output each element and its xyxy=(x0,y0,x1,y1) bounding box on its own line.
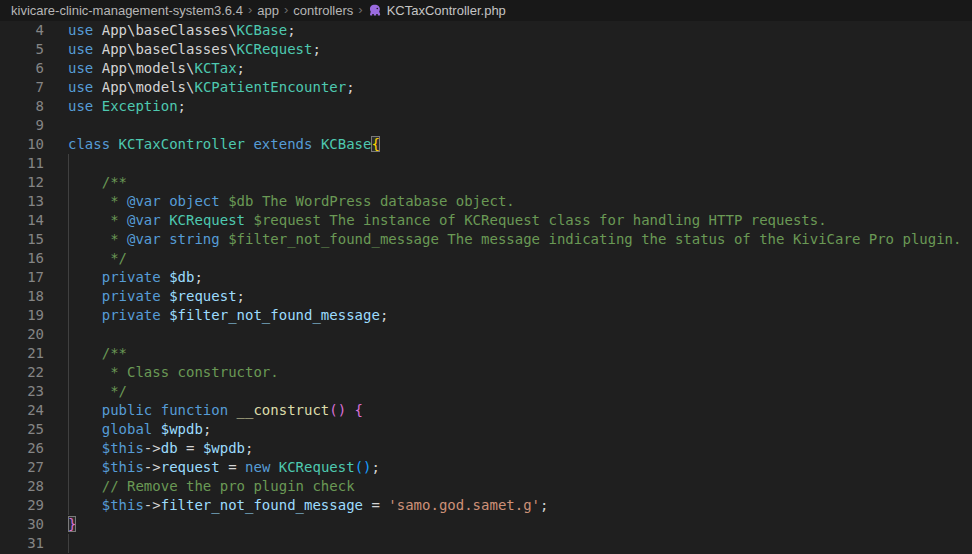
chevron-right-icon: › xyxy=(358,2,362,17)
code-token: */ xyxy=(68,383,127,399)
code-token: -> xyxy=(144,497,161,513)
line-number: 20 xyxy=(0,325,44,344)
code-token: * xyxy=(68,193,127,209)
code-token: filter_not_found_message xyxy=(161,497,363,513)
code-line[interactable]: 18 private $request; xyxy=(0,287,972,306)
code-token: KCRequest xyxy=(237,41,313,57)
code-line[interactable]: 20 xyxy=(0,325,972,344)
line-number: 4 xyxy=(0,21,44,40)
code-token: public function xyxy=(68,402,228,418)
code-token: KCBase xyxy=(312,136,371,152)
line-number: 21 xyxy=(0,344,44,363)
code-token: -> xyxy=(144,440,161,456)
code-token: @var object xyxy=(127,193,220,209)
code-token: use xyxy=(68,41,93,57)
code-line[interactable]: 30} xyxy=(0,515,972,534)
breadcrumb-item-app[interactable]: app xyxy=(257,3,279,18)
code-text: global $wpdb; xyxy=(68,420,972,439)
code-token: @var string xyxy=(127,231,220,247)
code-line[interactable]: 8use Exception; xyxy=(0,97,972,116)
code-line[interactable]: 12 /** xyxy=(0,173,972,192)
code-token: use xyxy=(68,60,93,76)
code-token: App\baseClasses\ xyxy=(93,41,236,57)
code-line[interactable]: 29 $this->filter_not_found_message = 'sa… xyxy=(0,496,972,515)
indent-guide xyxy=(68,477,69,496)
line-number: 27 xyxy=(0,458,44,477)
code-token: /** xyxy=(68,345,127,361)
code-token: ; xyxy=(287,22,295,38)
code-token: KCTax xyxy=(194,60,236,76)
code-token: App\models\ xyxy=(93,60,194,76)
code-line[interactable]: 4use App\baseClasses\KCBase; xyxy=(0,21,972,40)
code-text: use App\baseClasses\KCRequest; xyxy=(68,40,972,59)
code-line[interactable]: 5use App\baseClasses\KCRequest; xyxy=(0,40,972,59)
code-text: /** xyxy=(68,173,972,192)
breadcrumb-item-file[interactable]: KCTaxController.php xyxy=(368,3,506,18)
line-number: 17 xyxy=(0,268,44,287)
code-line[interactable]: 22 * Class constructor. xyxy=(0,363,972,382)
code-text xyxy=(68,154,972,173)
line-number: 30 xyxy=(0,515,44,534)
code-line[interactable]: 14 * @var KCRequest $request The instanc… xyxy=(0,211,972,230)
code-line[interactable]: 10class KCTaxController extends KCBase{ xyxy=(0,135,972,154)
indent-guide xyxy=(68,325,69,344)
indent-guide xyxy=(68,173,69,192)
code-text: use Exception; xyxy=(68,97,972,116)
code-token: -> xyxy=(144,459,161,475)
code-token: $wpdb xyxy=(203,440,245,456)
line-number: 23 xyxy=(0,382,44,401)
code-line[interactable]: 27 $this->request = new KCRequest(); xyxy=(0,458,972,477)
code-token: $this xyxy=(68,459,144,475)
chevron-right-icon: › xyxy=(284,2,288,17)
code-line[interactable]: 15 * @var string $filter_not_found_messa… xyxy=(0,230,972,249)
code-token: $request xyxy=(161,288,237,304)
code-line[interactable]: 28 // Remove the pro plugin check xyxy=(0,477,972,496)
code-token: App\models\ xyxy=(93,79,194,95)
code-text xyxy=(68,534,972,553)
line-number: 29 xyxy=(0,496,44,515)
code-token: use xyxy=(68,22,93,38)
code-token: App\baseClasses\ xyxy=(93,22,236,38)
line-number: 14 xyxy=(0,211,44,230)
code-line[interactable]: 9 xyxy=(0,116,972,135)
code-token: $this xyxy=(68,440,144,456)
code-line[interactable]: 31 xyxy=(0,534,972,553)
code-line[interactable]: 24 public function __construct() { xyxy=(0,401,972,420)
line-number: 12 xyxy=(0,173,44,192)
line-number: 6 xyxy=(0,59,44,78)
code-line[interactable]: 26 $this->db = $wpdb; xyxy=(0,439,972,458)
code-token: () xyxy=(329,402,346,418)
line-number: 19 xyxy=(0,306,44,325)
code-text: $this->request = new KCRequest(); xyxy=(68,458,972,477)
code-token: */ xyxy=(68,250,127,266)
line-number: 24 xyxy=(0,401,44,420)
code-line[interactable]: 25 global $wpdb; xyxy=(0,420,972,439)
code-line[interactable]: 7use App\models\KCPatientEncounter; xyxy=(0,78,972,97)
code-text: $this->filter_not_found_message = 'samo.… xyxy=(68,496,972,515)
code-line[interactable]: 21 /** xyxy=(0,344,972,363)
code-line[interactable]: 19 private $filter_not_found_message; xyxy=(0,306,972,325)
code-token: @var xyxy=(127,212,161,228)
indent-guide xyxy=(68,154,69,173)
indent-guide xyxy=(68,230,69,249)
code-text: private $filter_not_found_message; xyxy=(68,306,972,325)
code-area[interactable]: 4use App\baseClasses\KCBase;5use App\bas… xyxy=(0,21,972,553)
code-text: * @var string $filter_not_found_message … xyxy=(68,230,972,249)
code-token: $wpdb xyxy=(152,421,203,437)
code-line[interactable]: 13 * @var object $db The WordPress datab… xyxy=(0,192,972,211)
code-text: private $db; xyxy=(68,268,972,287)
breadcrumb-item-controllers[interactable]: controllers xyxy=(293,3,353,18)
code-token: $filter_not_found_message xyxy=(161,307,380,323)
code-editor[interactable]: 4use App\baseClasses\KCBase;5use App\bas… xyxy=(0,21,972,554)
breadcrumb-item-project[interactable]: kivicare-clinic-management-system3.6.4 xyxy=(11,3,243,18)
code-text: } xyxy=(68,515,972,534)
code-token: ; xyxy=(312,41,320,57)
code-line[interactable]: 16 */ xyxy=(0,249,972,268)
code-line[interactable]: 11 xyxy=(0,154,972,173)
code-text: private $request; xyxy=(68,287,972,306)
code-token: ; xyxy=(245,440,253,456)
code-line[interactable]: 6use App\models\KCTax; xyxy=(0,59,972,78)
code-line[interactable]: 17 private $db; xyxy=(0,268,972,287)
code-line[interactable]: 23 */ xyxy=(0,382,972,401)
code-text: class KCTaxController extends KCBase{ xyxy=(68,135,972,154)
